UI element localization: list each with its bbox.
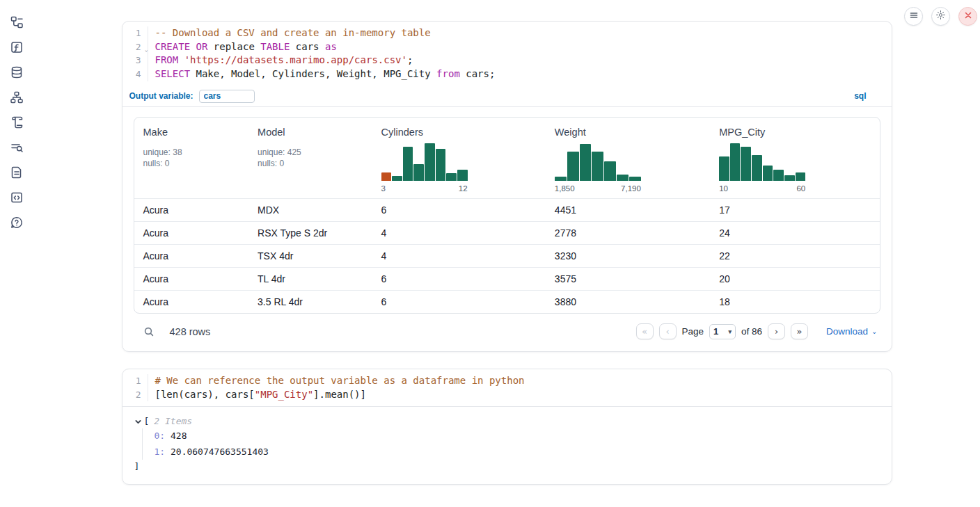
table-header: Makeunique: 38nulls: 0Modelunique: 425nu… <box>134 118 880 198</box>
page-label: Page <box>682 326 704 337</box>
tree-entry: 1: 20.060747663551403 <box>155 444 880 460</box>
column-header[interactable]: Makeunique: 38nulls: 0 <box>134 118 249 198</box>
histogram-axis-labels: 1,8507,190 <box>555 184 641 193</box>
code-text: # We can reference the output variable a… <box>148 374 892 388</box>
code-text: SELECT Make, Model, Cylinders, Weight, M… <box>148 67 892 81</box>
histogram-bar <box>555 177 567 181</box>
language-badge[interactable]: sql <box>854 91 866 101</box>
next-page-button[interactable]: › <box>768 323 785 339</box>
table-row[interactable]: AcuraMDX6445117 <box>134 198 880 221</box>
python-cell: 1# We can reference the output variable … <box>122 369 892 485</box>
function-icon[interactable] <box>10 40 24 54</box>
python-cell-output: [ 2 Items 0: 4281: 20.060747663551403 ] <box>122 407 892 484</box>
file-tree-icon[interactable] <box>10 15 24 29</box>
open-bracket: [ <box>144 416 150 426</box>
histogram-bar <box>567 152 579 181</box>
column-header[interactable]: Cylinders312 <box>372 118 546 198</box>
page-total-label: of 86 <box>741 326 762 337</box>
table-cell: 6 <box>372 296 546 307</box>
table-cell: Acura <box>134 227 249 239</box>
table-cell: Acura <box>134 250 249 261</box>
database-icon[interactable] <box>10 65 24 79</box>
histogram-bar <box>580 144 592 181</box>
table-cell: 17 <box>710 204 879 216</box>
histogram-bar <box>617 175 629 181</box>
table-cell: 4 <box>372 250 546 261</box>
output-variable-label: Output variable: <box>129 91 193 101</box>
column-header[interactable]: Weight1,8507,190 <box>546 118 710 198</box>
histogram-bar <box>592 152 603 181</box>
page-select[interactable]: 1 ▾ <box>709 324 736 339</box>
table-row[interactable]: Acura3.5 RL 4dr6388018 <box>134 290 880 313</box>
close-icon <box>963 10 973 23</box>
helper-panel-sidebar <box>0 0 33 507</box>
python-code-editor[interactable]: 1# We can reference the output variable … <box>122 369 892 406</box>
column-stats: unique: 425nulls: 0 <box>258 147 368 170</box>
dependency-graph-icon[interactable] <box>10 90 24 104</box>
scroll-icon[interactable] <box>10 115 24 129</box>
last-page-button[interactable]: » <box>791 323 808 339</box>
table-cell: MDX <box>248 204 372 216</box>
column-histogram: 1060 <box>719 142 805 193</box>
hamburger-icon <box>909 10 919 23</box>
column-stats: unique: 38nulls: 0 <box>143 147 245 170</box>
table-cell: Acura <box>134 204 249 216</box>
table-cell: 4 <box>372 227 546 239</box>
code-line: 2⌄CREATE OR replace TABLE cars as <box>122 40 892 54</box>
first-page-button[interactable]: « <box>636 323 654 339</box>
table-cell: TL 4dr <box>248 273 372 284</box>
download-button[interactable]: Download ⌄ <box>826 326 877 337</box>
column-name: Weight <box>555 127 706 138</box>
column-name: MPG_City <box>719 127 875 138</box>
histogram-bar <box>629 177 641 181</box>
tree-body: 0: 4281: 20.060747663551403 <box>142 428 880 460</box>
column-name: Cylinders <box>381 127 542 138</box>
histogram-bar <box>436 149 446 181</box>
column-histogram: 312 <box>381 142 468 193</box>
output-variable-row: Output variable: sql <box>122 86 892 107</box>
column-header[interactable]: Modelunique: 425nulls: 0 <box>248 118 372 198</box>
search-icon[interactable] <box>143 326 155 337</box>
table-cell: TSX 4dr <box>248 250 372 261</box>
histogram-bar <box>446 173 457 181</box>
column-name: Make <box>143 127 245 138</box>
table-cell: 3.5 RL 4dr <box>248 296 372 307</box>
column-histogram: 1,8507,190 <box>555 142 641 193</box>
pagination: « ‹ Page 1 ▾ of 86 › » Download ⌄ <box>636 323 878 339</box>
code-line: 3FROM 'https://datasets.marimo.app/cars.… <box>122 54 892 67</box>
histogram-bar <box>741 147 751 181</box>
table-row[interactable]: AcuraTL 4dr6357520 <box>134 267 880 290</box>
table-cell: 22 <box>710 250 879 261</box>
table-cell: 24 <box>710 227 879 239</box>
histogram-bar <box>773 170 784 181</box>
page-select-value: 1 <box>713 326 718 337</box>
chevron-down-icon: ⌄ <box>871 328 877 335</box>
code-box-icon[interactable] <box>10 191 24 204</box>
column-header[interactable]: MPG_City1060 <box>710 118 879 198</box>
table-cell: 4451 <box>546 204 710 216</box>
settings-button[interactable] <box>931 7 950 26</box>
shutdown-button[interactable] <box>958 7 977 26</box>
prev-page-button[interactable]: ‹ <box>659 323 677 339</box>
table-cell: 18 <box>710 296 879 307</box>
histogram-bar <box>763 166 773 181</box>
collapse-chevron-icon[interactable] <box>134 417 142 425</box>
tree-root: [ 2 Items <box>134 416 880 426</box>
chevron-down-icon: ▾ <box>729 328 732 335</box>
table-body: AcuraMDX6445117AcuraRSX Type S 2dr427782… <box>134 198 880 313</box>
menu-button[interactable] <box>904 7 923 26</box>
help-circle-icon[interactable] <box>10 216 24 230</box>
table-cell: 20 <box>710 273 879 284</box>
tree-entry-key: 1: <box>155 446 166 457</box>
close-bracket: ] <box>134 461 880 472</box>
line-number: 1 <box>122 26 148 40</box>
list-search-icon[interactable] <box>10 140 24 154</box>
table-row[interactable]: AcuraRSX Type S 2dr4277824 <box>134 221 880 244</box>
sql-code-editor[interactable]: 1-- Download a CSV and create an in-memo… <box>122 22 892 86</box>
output-variable-input[interactable] <box>199 90 255 103</box>
table-row[interactable]: AcuraTSX 4dr4323022 <box>134 244 880 267</box>
document-icon[interactable] <box>10 166 24 179</box>
code-line: 4SELECT Make, Model, Cylinders, Weight, … <box>122 67 892 81</box>
tree-entry-value: 428 <box>165 430 187 441</box>
line-number: 3 <box>122 54 148 67</box>
